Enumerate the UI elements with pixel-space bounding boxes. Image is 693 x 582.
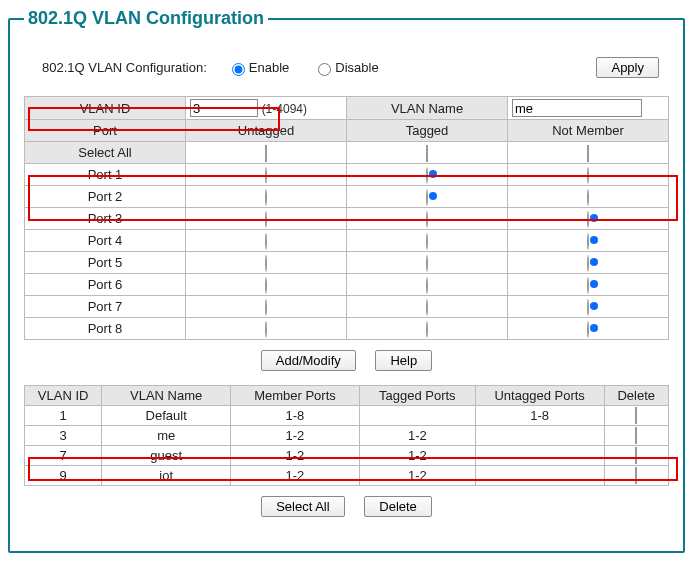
port-tagged-radio[interactable] [426, 189, 428, 206]
notmember-header: Not Member [508, 120, 669, 142]
vlan-cell-tagged: 1-2 [359, 446, 475, 466]
vlan-id-cell: (1-4094) [186, 97, 347, 120]
port-tagged-radio[interactable] [426, 321, 428, 338]
vlan-id-header: VLAN ID [25, 97, 186, 120]
vlan-cell-id: 1 [25, 406, 102, 426]
vlan-id-hint: (1-4094) [262, 102, 307, 116]
vlan-delete-checkbox[interactable] [635, 427, 637, 444]
port-untagged-radio[interactable] [265, 321, 267, 338]
vlan-name-input[interactable] [512, 99, 642, 117]
port-notmember-radio[interactable] [587, 277, 589, 294]
port-row: Port 7 [25, 296, 669, 318]
port-notmember-radio[interactable] [587, 167, 589, 184]
list-hdr-id: VLAN ID [25, 386, 102, 406]
port-name: Port 3 [25, 208, 186, 230]
port-tagged-radio[interactable] [426, 167, 428, 184]
vlan-config-panel: 802.1Q VLAN Configuration 802.1Q VLAN Co… [8, 8, 685, 553]
vlan-id-input[interactable] [190, 99, 258, 117]
list-hdr-name: VLAN Name [102, 386, 231, 406]
select-all-tagged[interactable] [426, 145, 428, 162]
select-all-label: Select All [25, 142, 186, 164]
vlan-entry-table: VLAN ID (1-4094) VLAN Name Port Untagged… [24, 96, 669, 340]
port-row: Port 6 [25, 274, 669, 296]
port-untagged-radio[interactable] [265, 255, 267, 272]
port-untagged-radio[interactable] [265, 211, 267, 228]
port-untagged-radio[interactable] [265, 299, 267, 316]
apply-button[interactable]: Apply [596, 57, 659, 78]
port-name: Port 1 [25, 164, 186, 186]
port-notmember-radio[interactable] [587, 189, 589, 206]
vlan-cell-name: iot [102, 466, 231, 486]
help-button[interactable]: Help [375, 350, 432, 371]
list-hdr-untagged: Untagged Ports [475, 386, 604, 406]
port-row: Port 3 [25, 208, 669, 230]
list-hdr-delete: Delete [604, 386, 668, 406]
select-all-untagged[interactable] [265, 145, 267, 162]
vlan-cell-member: 1-2 [231, 426, 360, 446]
port-tagged-radio[interactable] [426, 233, 428, 250]
disable-radio-label: Disable [335, 60, 378, 75]
vlan-delete-checkbox[interactable] [635, 407, 637, 424]
port-untagged-radio[interactable] [265, 277, 267, 294]
port-header: Port [25, 120, 186, 142]
port-notmember-radio[interactable] [587, 233, 589, 250]
port-name: Port 2 [25, 186, 186, 208]
vlan-cell-id: 9 [25, 466, 102, 486]
vlan-cell-tagged [359, 406, 475, 426]
port-notmember-radio[interactable] [587, 255, 589, 272]
port-row: Port 8 [25, 318, 669, 340]
port-tagged-radio[interactable] [426, 211, 428, 228]
port-untagged-radio[interactable] [265, 167, 267, 184]
enable-radio-label: Enable [249, 60, 289, 75]
vlan-cell-untagged [475, 466, 604, 486]
port-row: Port 1 [25, 164, 669, 186]
port-name: Port 6 [25, 274, 186, 296]
port-tagged-radio[interactable] [426, 277, 428, 294]
vlan-name-cell [508, 97, 669, 120]
bottom-button-row: Select All Delete [24, 486, 669, 531]
select-all-button[interactable]: Select All [261, 496, 344, 517]
enable-radio[interactable]: Enable [227, 60, 289, 76]
vlan-cell-member: 1-2 [231, 446, 360, 466]
untagged-header: Untagged [186, 120, 347, 142]
port-notmember-radio[interactable] [587, 321, 589, 338]
mode-label: 802.1Q VLAN Configuration: [42, 60, 207, 75]
vlan-cell-name: me [102, 426, 231, 446]
list-hdr-member: Member Ports [231, 386, 360, 406]
port-notmember-radio[interactable] [587, 299, 589, 316]
add-modify-button[interactable]: Add/Modify [261, 350, 356, 371]
vlan-cell-untagged [475, 446, 604, 466]
tagged-header: Tagged [347, 120, 508, 142]
port-row: Port 5 [25, 252, 669, 274]
disable-radio[interactable]: Disable [313, 60, 378, 76]
vlan-row: 1Default1-81-8 [25, 406, 669, 426]
port-row: Port 4 [25, 230, 669, 252]
vlan-cell-id: 3 [25, 426, 102, 446]
vlan-row: 9iot1-21-2 [25, 466, 669, 486]
port-name: Port 8 [25, 318, 186, 340]
vlan-delete-checkbox[interactable] [635, 467, 637, 484]
port-untagged-radio[interactable] [265, 233, 267, 250]
port-row: Port 2 [25, 186, 669, 208]
port-tagged-radio[interactable] [426, 299, 428, 316]
vlan-delete-checkbox[interactable] [635, 447, 637, 464]
middle-button-row: Add/Modify Help [24, 340, 669, 385]
panel-title: 802.1Q VLAN Configuration [24, 8, 268, 29]
port-tagged-radio[interactable] [426, 255, 428, 272]
vlan-list-table: VLAN ID VLAN Name Member Ports Tagged Po… [24, 385, 669, 486]
vlan-cell-tagged: 1-2 [359, 466, 475, 486]
vlan-cell-id: 7 [25, 446, 102, 466]
port-name: Port 4 [25, 230, 186, 252]
select-all-notmember[interactable] [587, 145, 589, 162]
port-notmember-radio[interactable] [587, 211, 589, 228]
vlan-name-header: VLAN Name [347, 97, 508, 120]
list-hdr-tagged: Tagged Ports [359, 386, 475, 406]
vlan-cell-name: Default [102, 406, 231, 426]
vlan-cell-untagged [475, 426, 604, 446]
vlan-cell-untagged: 1-8 [475, 406, 604, 426]
delete-button[interactable]: Delete [364, 496, 432, 517]
vlan-row: 3me1-21-2 [25, 426, 669, 446]
mode-row: 802.1Q VLAN Configuration: Enable Disabl… [24, 47, 669, 96]
port-untagged-radio[interactable] [265, 189, 267, 206]
vlan-cell-member: 1-2 [231, 466, 360, 486]
